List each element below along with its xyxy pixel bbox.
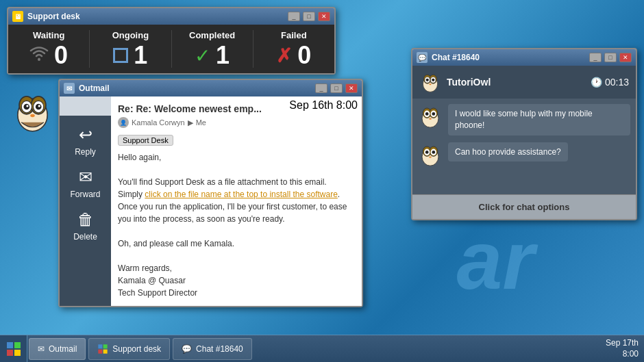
svg-point-24	[425, 112, 429, 116]
reply-label: Reply	[75, 147, 96, 157]
email-body: Hello again, You'll find Support Desk as…	[118, 151, 355, 299]
email-line-5: Warm regards,	[118, 262, 355, 274]
stat-ongoing-row: 1	[113, 43, 147, 68]
chat-timer-value: 00:13	[605, 77, 629, 88]
taskbar-chat[interactable]: 💬 Chat #18640	[173, 338, 252, 360]
chat-message-2: Can hoo provide assistance?	[418, 142, 630, 167]
check-icon: ✓	[195, 44, 210, 67]
reply-icon: ↩	[79, 125, 92, 144]
taskbar-support-desk-label: Support desk	[112, 344, 161, 354]
square-icon	[113, 48, 128, 63]
stat-failed-label: Failed	[281, 30, 307, 40]
email-to-arrow: ▶	[188, 118, 193, 127]
tag-text: Support Desk	[118, 135, 173, 146]
svg-point-18	[429, 83, 431, 85]
svg-rect-39	[99, 344, 103, 348]
support-desk-icon: 🖥	[12, 11, 23, 22]
svg-point-32	[425, 151, 429, 154]
background-watermark: ar	[457, 213, 534, 307]
chat-title: Chat #18640	[432, 53, 480, 62]
support-avatar	[10, 89, 55, 133]
taskbar-chat-icon: 💬	[182, 344, 192, 354]
outmail-restore-button[interactable]: □	[330, 83, 343, 93]
chat-titlebar: 💬 Chat #18640 _ □ ✕	[412, 49, 636, 66]
reply-action[interactable]: ↩ Reply	[60, 121, 111, 161]
outmail-controls: _ □ ✕	[315, 83, 358, 93]
chat-icon: 💬	[417, 52, 428, 63]
support-desk-window: 🖥 Support desk _ □ ✕ Waiting	[7, 7, 336, 75]
email-line-1: Hello again,	[118, 151, 355, 164]
restore-button[interactable]: □	[303, 12, 315, 21]
taskbar-outmail[interactable]: ✉ Outmail	[29, 338, 86, 360]
chat-message-1: I woold like some hulp with my mobile ph…	[418, 104, 630, 135]
stat-ongoing-number: 1	[134, 43, 147, 68]
forward-action[interactable]: ✉ Forward	[60, 164, 111, 203]
stat-failed-number: 0	[297, 43, 311, 68]
chat-close-button[interactable]: ✕	[619, 53, 632, 62]
email-line-2: You'll find Support Desk as a file attac…	[118, 176, 355, 188]
chat-minimize-button[interactable]: _	[589, 53, 602, 62]
stat-waiting-number: 0	[54, 43, 68, 68]
svg-rect-37	[7, 350, 13, 356]
outmail-sidebar: ↩ Reply ✉ Forward 🗑 Delete	[60, 116, 111, 306]
email-date-text: Sep 16th 8:00	[289, 99, 358, 111]
titlebar-left: 🖥 Support desk	[12, 11, 80, 22]
clock-icon: 🕐	[591, 77, 602, 88]
email-line-3: Simply click on the file name at the top…	[118, 188, 355, 225]
outmail-title: Outmail	[79, 83, 110, 93]
svg-point-9	[38, 105, 40, 107]
delete-action[interactable]: 🗑 Delete	[60, 206, 111, 246]
outmail-window: ✉ Outmail _ □ ✕ ↩ Reply ✉ Forward 🗑 Dele	[58, 79, 363, 307]
email-meta: 👤 Kamala Corwyn ▶ Me	[118, 117, 355, 128]
stat-completed: Completed ✓ 1	[172, 30, 253, 68]
taskbar-chat-label: Chat #18640	[196, 344, 243, 354]
taskbar-date: Sep 17th	[606, 338, 639, 349]
chat-restore-button[interactable]: □	[604, 53, 617, 62]
stat-waiting-label: Waiting	[33, 30, 64, 40]
email-from: Kamala Corwyn	[132, 118, 185, 127]
outmail-minimize-button[interactable]: _	[315, 83, 327, 93]
stat-completed-row: ✓ 1	[195, 43, 230, 68]
email-to: Me	[196, 118, 206, 127]
chat-options-button[interactable]: Click for chat options	[412, 194, 636, 219]
svg-point-33	[432, 151, 435, 154]
svg-point-16	[426, 79, 429, 81]
forward-icon: ✉	[79, 168, 92, 187]
forward-label: Forward	[70, 190, 100, 199]
svg-rect-42	[103, 349, 108, 353]
taskbar-support-icon	[97, 344, 108, 354]
chat-header: TutoriOwl 🕐 00:13	[412, 66, 636, 99]
chat-user-avatar	[419, 71, 441, 93]
stat-failed: Failed ✗ 0	[253, 30, 334, 68]
delete-label: Delete	[73, 232, 97, 242]
chat-message-2-avatar	[418, 142, 443, 167]
close-button[interactable]: ✕	[318, 12, 330, 21]
stat-waiting: Waiting 0	[8, 30, 90, 68]
chat-titlebar-left: 💬 Chat #18640	[417, 52, 480, 63]
svg-rect-41	[99, 349, 103, 353]
taskbar-start[interactable]	[0, 335, 27, 362]
chat-message-1-avatar	[418, 104, 443, 129]
email-highlight: click on the file name at the top to ins…	[145, 190, 337, 199]
wifi-icon	[29, 44, 49, 66]
svg-point-17	[432, 79, 434, 81]
x-icon: ✗	[276, 44, 292, 67]
taskbar-support-desk[interactable]: Support desk	[88, 338, 170, 360]
chat-username: TutoriOwl	[447, 77, 491, 88]
delete-icon: 🗑	[77, 210, 94, 229]
stat-completed-label: Completed	[189, 30, 235, 40]
svg-rect-36	[14, 342, 21, 348]
stat-waiting-row: 0	[29, 43, 68, 68]
chat-bubble-2: Can hoo provide assistance?	[448, 142, 568, 162]
support-desk-title: Support desk	[27, 12, 80, 21]
email-line-7: Tech Support Director	[118, 287, 355, 299]
taskbar-clock: Sep 17th 8:00	[606, 338, 639, 359]
stat-failed-row: ✗ 0	[276, 43, 311, 68]
outmail-close-button[interactable]: ✕	[345, 83, 358, 93]
svg-point-0	[38, 58, 40, 61]
email-date: Sep 16th 8:00	[289, 99, 358, 112]
svg-point-34	[429, 156, 432, 157]
outmail-titlebar: ✉ Outmail _ □ ✕	[60, 80, 362, 96]
stat-completed-number: 1	[216, 43, 230, 68]
minimize-button[interactable]: _	[288, 12, 300, 21]
